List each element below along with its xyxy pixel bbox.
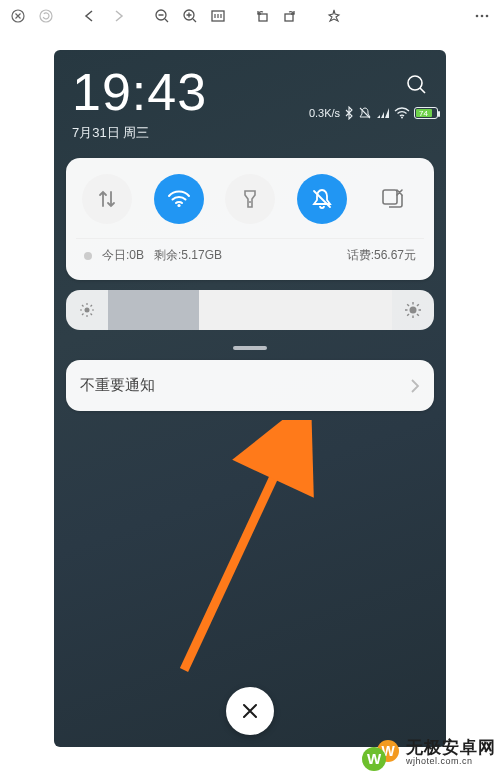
panel-drag-handle[interactable] — [233, 346, 267, 350]
rotate-right-icon[interactable] — [280, 6, 300, 26]
svg-point-1 — [40, 10, 52, 22]
image-viewer-toolbar — [0, 0, 500, 32]
svg-point-11 — [401, 117, 403, 119]
svg-point-10 — [408, 76, 422, 90]
svg-point-13 — [249, 201, 251, 203]
usage-remaining: 剩余:5.17GB — [154, 247, 222, 264]
battery-indicator: 74 — [414, 107, 428, 119]
network-speed: 0.3K/s — [309, 107, 340, 119]
watermark-logo-icon: W W — [360, 733, 400, 773]
mute-notifications-toggle[interactable] — [297, 174, 347, 224]
brightness-slider[interactable] — [66, 290, 434, 330]
phone-screen: 19:43 7月31日 周三 0.3K/s — [54, 50, 446, 747]
more-icon[interactable] — [472, 6, 492, 26]
zoom-out-icon[interactable] — [152, 6, 172, 26]
brightness-low-icon — [66, 290, 108, 330]
svg-text:W: W — [367, 750, 382, 767]
highlight-icon[interactable] — [324, 6, 344, 26]
flashlight-toggle[interactable] — [225, 174, 275, 224]
usage-balance: 话费:56.67元 — [347, 247, 416, 264]
svg-point-9 — [486, 15, 489, 18]
watermark-en: wjhotel.com.cn — [406, 757, 496, 767]
battery-percent: 74 — [419, 109, 428, 118]
usage-dot-icon — [84, 252, 92, 260]
rotate-left-icon[interactable] — [252, 6, 272, 26]
search-icon[interactable] — [404, 72, 428, 96]
notification-label: 不重要通知 — [80, 376, 155, 395]
close-icon[interactable] — [8, 6, 28, 26]
svg-point-15 — [85, 308, 90, 313]
chevron-right-icon — [410, 378, 420, 394]
screenshot-toggle[interactable] — [368, 174, 418, 224]
clock-time: 19:43 — [72, 66, 207, 118]
mobile-data-toggle[interactable] — [82, 174, 132, 224]
quick-settings-panel: 今日:0B 剩余:5.17GB 话费:56.67元 — [66, 158, 434, 280]
svg-point-8 — [481, 15, 484, 18]
signal-icon — [376, 106, 390, 120]
watermark: W W 无极安卓网 wjhotel.com.cn — [360, 733, 496, 773]
bluetooth-icon — [344, 106, 354, 120]
svg-rect-6 — [285, 14, 293, 21]
brightness-track — [108, 290, 392, 330]
back-icon[interactable] — [80, 6, 100, 26]
brightness-high-icon — [392, 290, 434, 330]
status-area: 19:43 7月31日 周三 0.3K/s — [54, 50, 446, 146]
annotation-arrow — [164, 420, 324, 680]
svg-point-16 — [410, 307, 417, 314]
forward-icon[interactable] — [108, 6, 128, 26]
data-usage-row[interactable]: 今日:0B 剩余:5.17GB 话费:56.67元 — [76, 239, 424, 270]
clear-notifications-button[interactable] — [226, 687, 274, 735]
brightness-fill — [108, 290, 199, 330]
screenshot-viewport: 19:43 7月31日 周三 0.3K/s — [0, 32, 500, 781]
svg-point-7 — [476, 15, 479, 18]
unimportant-notifications-row[interactable]: 不重要通知 — [66, 360, 434, 411]
watermark-cn: 无极安卓网 — [406, 739, 496, 758]
silent-icon — [358, 106, 372, 120]
svg-rect-14 — [383, 190, 397, 204]
wifi-toggle[interactable] — [154, 174, 204, 224]
wifi-icon — [394, 106, 410, 120]
clock-date: 7月31日 周三 — [72, 124, 207, 142]
usage-today: 今日:0B — [102, 247, 144, 264]
svg-rect-5 — [259, 14, 267, 21]
actual-size-icon[interactable] — [208, 6, 228, 26]
svg-point-12 — [177, 204, 180, 207]
zoom-in-icon[interactable] — [180, 6, 200, 26]
refresh-icon[interactable] — [36, 6, 56, 26]
